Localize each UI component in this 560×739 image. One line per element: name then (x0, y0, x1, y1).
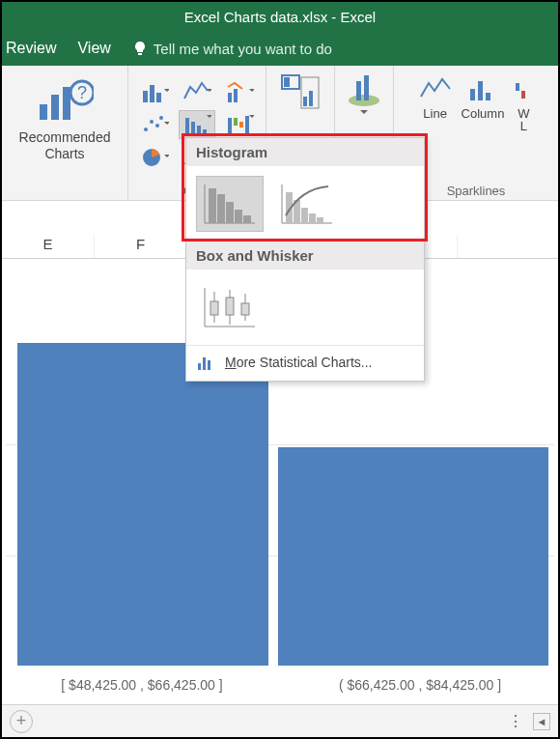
svg-rect-60 (203, 357, 206, 370)
svg-rect-39 (209, 188, 216, 223)
sparkline-winloss-icon (507, 75, 540, 104)
window-titlebar: Excel Charts data.xlsx - Excel (2, 2, 558, 31)
svg-rect-33 (478, 81, 483, 100)
statusbar: + ⋮ ◄ (2, 704, 558, 737)
tab-view[interactable]: View (77, 40, 110, 57)
insert-statistic-chart-button[interactable] (179, 110, 215, 139)
svg-rect-58 (241, 303, 249, 315)
svg-rect-10 (234, 89, 238, 102)
histogram-chart-option[interactable] (196, 176, 264, 232)
svg-rect-34 (486, 93, 490, 100)
svg-rect-19 (228, 118, 232, 135)
svg-rect-56 (226, 298, 234, 315)
svg-rect-59 (198, 363, 201, 370)
svg-rect-20 (234, 118, 238, 126)
histogram-icon (201, 181, 259, 227)
sparkline-column-label: Column (462, 106, 505, 121)
svg-rect-21 (239, 122, 243, 128)
sparkline-line-label: Line (423, 106, 447, 121)
pivotchart-icon (278, 71, 322, 114)
svg-rect-2 (51, 95, 59, 120)
svg-rect-32 (470, 89, 475, 100)
sparkline-line-button[interactable]: Line (419, 75, 452, 133)
sparkline-column-icon (466, 75, 499, 104)
column-header-e[interactable]: E (2, 236, 95, 258)
histogram-bar-2[interactable] (278, 447, 548, 666)
svg-point-14 (159, 116, 163, 120)
bin-label-1: [ $48,425.00 , $66,425.00 ] (2, 677, 282, 693)
histogram-bin-labels: [ $48,425.00 , $66,425.00 ] ( $66,425.00… (2, 677, 558, 693)
svg-point-12 (150, 120, 154, 124)
box-whisker-section-header: Box and Whisker (186, 242, 424, 270)
more-charts-label: More Statistical Charts... (225, 355, 373, 370)
svg-rect-9 (228, 93, 232, 102)
svg-rect-50 (317, 217, 323, 223)
bar-chart-icon (196, 354, 215, 371)
svg-text:?: ? (77, 83, 87, 102)
ribbon-tabs: Review View Tell me what you want to do (2, 31, 558, 66)
sparkline-l-label: L (520, 119, 527, 133)
tab-review[interactable]: Review (6, 40, 56, 57)
svg-rect-54 (210, 301, 218, 315)
insert-combo-chart-button[interactable] (221, 77, 258, 106)
svg-rect-40 (217, 194, 225, 223)
pareto-icon (278, 181, 336, 227)
box-whisker-chart-option[interactable] (196, 279, 264, 335)
sparkline-winloss-button[interactable]: W L (514, 75, 533, 133)
more-statistical-charts[interactable]: More Statistical Charts... (186, 345, 424, 381)
column-header-f[interactable]: F (95, 236, 187, 258)
svg-rect-42 (235, 210, 242, 223)
plus-icon: + (16, 711, 27, 731)
statistic-chart-dropdown: Histogram Box and Whisker (185, 137, 425, 382)
svg-rect-36 (521, 91, 525, 99)
svg-rect-41 (226, 202, 234, 223)
sheet-nav-dots[interactable]: ⋮ (508, 712, 525, 730)
insert-pie-chart-button[interactable] (136, 143, 173, 172)
svg-rect-15 (185, 118, 189, 135)
lightbulb-icon (132, 41, 148, 56)
svg-rect-6 (143, 91, 148, 102)
sparkline-line-icon (419, 75, 452, 104)
svg-rect-31 (364, 75, 369, 100)
window-title: Excel Charts data.xlsx - Excel (184, 9, 376, 25)
box-whisker-icon (201, 284, 259, 330)
recommended-charts-button[interactable]: ? Recommended Charts (2, 66, 127, 200)
svg-rect-25 (284, 77, 290, 87)
svg-rect-28 (309, 91, 313, 106)
svg-rect-17 (197, 126, 201, 135)
svg-rect-43 (243, 215, 251, 223)
svg-rect-18 (203, 129, 207, 135)
tell-me-search[interactable]: Tell me what you want to do (132, 41, 332, 57)
svg-rect-49 (309, 213, 316, 223)
insert-waterfall-chart-button[interactable] (221, 110, 258, 139)
insert-line-chart-button[interactable] (179, 77, 215, 106)
3d-map-icon (343, 71, 385, 114)
recommended-charts-label: Recommended Charts (19, 129, 111, 162)
insert-scatter-chart-button[interactable] (136, 110, 173, 139)
new-sheet-button[interactable]: + (10, 710, 33, 733)
bin-label-2: ( $66,425.00 , $84,425.00 ] (282, 677, 558, 693)
histogram-bar-1[interactable] (17, 343, 268, 666)
svg-rect-16 (191, 122, 195, 135)
insert-column-chart-button[interactable] (136, 77, 173, 106)
sparklines-group-label: Sparklines (447, 184, 506, 198)
svg-point-13 (155, 124, 159, 128)
svg-rect-61 (208, 360, 210, 370)
tell-me-placeholder: Tell me what you want to do (154, 41, 332, 57)
svg-rect-8 (156, 93, 161, 102)
svg-rect-35 (516, 83, 519, 91)
histogram-section-header: Histogram (186, 138, 424, 166)
svg-rect-27 (303, 97, 307, 106)
svg-rect-7 (150, 85, 154, 102)
svg-point-11 (144, 128, 148, 131)
svg-rect-48 (301, 208, 308, 223)
svg-rect-1 (40, 104, 47, 120)
pareto-chart-option[interactable] (273, 176, 341, 232)
scroll-left-button[interactable]: ◄ (533, 713, 550, 730)
svg-rect-22 (245, 116, 249, 135)
sparkline-column-button[interactable]: Column (462, 75, 505, 133)
recommended-charts-icon: ? (36, 77, 94, 126)
svg-rect-0 (138, 53, 142, 55)
svg-rect-30 (356, 81, 361, 100)
